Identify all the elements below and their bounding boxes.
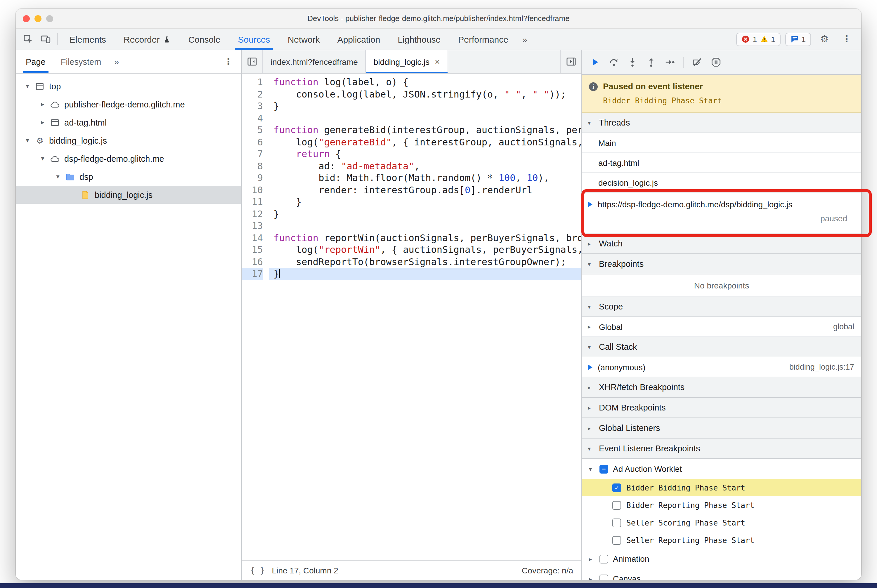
gutter-line-4[interactable]: 4 <box>242 112 263 124</box>
code-line-12[interactable]: } <box>269 208 581 220</box>
checkbox-unchecked[interactable] <box>599 574 608 580</box>
code-line-8[interactable]: ad: "ad-metadata", <box>269 160 581 172</box>
disclosure-expanded-icon[interactable]: ▾ <box>38 155 47 162</box>
inspect-icon[interactable] <box>19 28 37 50</box>
tree-item-bidding-logic-js[interactable]: ▾⚙bidding_logic.js <box>16 131 241 150</box>
device-toolbar-icon[interactable] <box>37 28 54 50</box>
more-navigator-tabs-icon[interactable]: » <box>109 50 124 73</box>
issues-button[interactable]: 1 <box>785 32 811 46</box>
gutter-line-11[interactable]: 11 <box>242 196 263 208</box>
tree-item-publisher-fledge-demo-glitch-me[interactable]: ▸publisher-fledge-demo.glitch.me <box>16 95 241 113</box>
event-breakpoint-seller-scoring-phase-start[interactable]: Seller Scoring Phase Start <box>582 514 861 531</box>
gutter-line-10[interactable]: 10 <box>242 184 263 196</box>
settings-gear-icon[interactable]: ⚙ <box>816 34 833 44</box>
open-editor-pane-icon[interactable] <box>560 50 581 73</box>
close-tab-icon[interactable]: × <box>435 57 440 67</box>
gutter-line-13[interactable]: 13 <box>242 220 263 232</box>
close-window-button[interactable] <box>23 15 30 22</box>
disclosure-expanded-icon[interactable]: ▾ <box>589 466 595 472</box>
tree-item-dsp-fledge-demo-glitch-me[interactable]: ▾dsp-fledge-demo.glitch.me <box>16 150 241 168</box>
event-group-canvas[interactable]: ▸Canvas <box>582 569 861 580</box>
editor-tab-bidding-logic-js[interactable]: bidding_logic.js× <box>366 50 448 73</box>
event-breakpoint-bidder-bidding-phase-start[interactable]: ✓Bidder Bidding Phase Start <box>582 479 861 496</box>
code-line-1[interactable]: function log(label, o) { <box>269 76 581 88</box>
section-header-global-listeners[interactable]: ▸Global Listeners <box>582 418 861 438</box>
scope-item-global[interactable]: ▸Globalglobal <box>582 317 861 337</box>
call-stack-frame[interactable]: (anonymous)bidding_logic.js:17 <box>582 357 861 377</box>
minimize-window-button[interactable] <box>35 15 42 22</box>
code-line-17[interactable]: } <box>269 268 581 280</box>
section-header-threads[interactable]: ▾Threads <box>582 113 861 133</box>
gutter-line-15[interactable]: 15 <box>242 244 263 256</box>
disclosure-collapsed-icon[interactable]: ▸ <box>38 100 47 108</box>
tab-network[interactable]: Network <box>279 28 329 50</box>
deactivate-breakpoints-icon[interactable] <box>689 54 705 70</box>
tree-item-bidding-logic-js[interactable]: bidding_logic.js <box>16 186 241 204</box>
line-number-gutter[interactable]: 1234567891011121314151617 <box>242 76 269 560</box>
console-summary-button[interactable]: 1 1 <box>737 32 781 46</box>
navigator-tab-page[interactable]: Page <box>18 50 53 73</box>
disclosure-collapsed-icon[interactable]: ▸ <box>38 118 47 126</box>
gutter-line-5[interactable]: 5 <box>242 124 263 136</box>
tab-elements[interactable]: Elements <box>61 28 115 50</box>
zoom-window-button[interactable] <box>46 15 53 22</box>
event-group-animation[interactable]: ▸Animation <box>582 549 861 569</box>
gutter-line-3[interactable]: 3 <box>242 100 263 112</box>
section-header-breakpoints[interactable]: ▾Breakpoints <box>582 254 861 274</box>
code-line-2[interactable]: console.log(label, JSON.stringify(o, " "… <box>269 88 581 100</box>
gutter-line-2[interactable]: 2 <box>242 88 263 100</box>
code-line-13[interactable] <box>269 220 581 232</box>
gutter-line-1[interactable]: 1 <box>242 76 263 88</box>
step-icon[interactable] <box>661 54 678 70</box>
resume-icon[interactable] <box>587 54 603 70</box>
code-line-9[interactable]: bid: Math.floor(Math.random() * 100, 10)… <box>269 172 581 184</box>
gutter-line-12[interactable]: 12 <box>242 208 263 220</box>
checkbox-indeterminate[interactable]: − <box>599 465 608 473</box>
section-header-xhr-fetch-breakpoints[interactable]: ▸XHR/fetch Breakpoints <box>582 377 861 398</box>
code-line-16[interactable]: sendReportTo(browserSignals.interestGrou… <box>269 256 581 268</box>
step-out-icon[interactable] <box>643 54 659 70</box>
gutter-line-8[interactable]: 8 <box>242 160 263 172</box>
section-header-watch[interactable]: ▸Watch <box>582 234 861 254</box>
event-group-ad-auction-worklet[interactable]: ▾−Ad Auction Worklet <box>582 459 861 479</box>
tab-sources[interactable]: Sources <box>229 28 279 50</box>
navigator-kebab-icon[interactable]: ⋮ <box>218 50 239 73</box>
editor-tab-index-html-fencedframe[interactable]: index.html?fencedframe <box>263 50 366 73</box>
thread-item-ad-tag-html[interactable]: ad-tag.html <box>582 153 861 173</box>
checkbox-unchecked[interactable] <box>612 536 621 544</box>
code-line-7[interactable]: return { <box>269 148 581 160</box>
thread-item-main[interactable]: Main <box>582 133 861 153</box>
checkbox-unchecked[interactable] <box>612 518 621 527</box>
disclosure-expanded-icon[interactable]: ▾ <box>53 173 63 180</box>
gutter-line-6[interactable]: 6 <box>242 136 263 148</box>
gutter-line-9[interactable]: 9 <box>242 172 263 184</box>
disclosure-collapsed-icon[interactable]: ▸ <box>589 576 595 580</box>
pause-on-exceptions-icon[interactable] <box>707 54 724 70</box>
code-line-6[interactable]: log("generateBid", { interestGroup, auct… <box>269 136 581 148</box>
step-into-icon[interactable] <box>624 54 640 70</box>
step-over-icon[interactable] <box>605 54 622 70</box>
disclosure-collapsed-icon[interactable]: ▸ <box>589 556 595 562</box>
code-editor[interactable]: 1234567891011121314151617 function log(l… <box>242 74 581 560</box>
tab-console[interactable]: Console <box>179 28 229 50</box>
tree-item-ad-tag-html[interactable]: ▸ad-tag.html <box>16 113 241 131</box>
code-lines[interactable]: function log(label, o) { console.log(lab… <box>269 76 581 560</box>
section-header-dom-breakpoints[interactable]: ▸DOM Breakpoints <box>582 398 861 418</box>
disclosure-expanded-icon[interactable]: ▾ <box>23 82 32 90</box>
tab-performance[interactable]: Performance <box>449 28 517 50</box>
checkbox-unchecked[interactable] <box>599 554 608 563</box>
section-header-call-stack[interactable]: ▾Call Stack <box>582 337 861 357</box>
pretty-print-icon[interactable]: { } <box>250 566 265 575</box>
event-breakpoint-seller-reporting-phase-start[interactable]: Seller Reporting Phase Start <box>582 531 861 549</box>
tree-item-dsp[interactable]: ▾dsp <box>16 168 241 186</box>
gutter-line-7[interactable]: 7 <box>242 148 263 160</box>
more-panels-icon[interactable]: » <box>517 28 533 50</box>
tab-recorder[interactable]: Recorder <box>115 28 179 50</box>
thread-item-active[interactable]: https://dsp-fledge-demo.glitch.me/dsp/bi… <box>582 193 861 234</box>
navigator-tab-filesystem[interactable]: Filesystem <box>53 50 109 73</box>
tab-application[interactable]: Application <box>329 28 389 50</box>
code-line-14[interactable]: function reportWin(auctionSignals, perBu… <box>269 232 581 244</box>
section-header-event-listener-breakpoints[interactable]: ▾Event Listener Breakpoints <box>582 438 861 459</box>
gutter-line-14[interactable]: 14 <box>242 232 263 244</box>
code-line-15[interactable]: log("reportWin", { auctionSignals, perBu… <box>269 244 581 256</box>
